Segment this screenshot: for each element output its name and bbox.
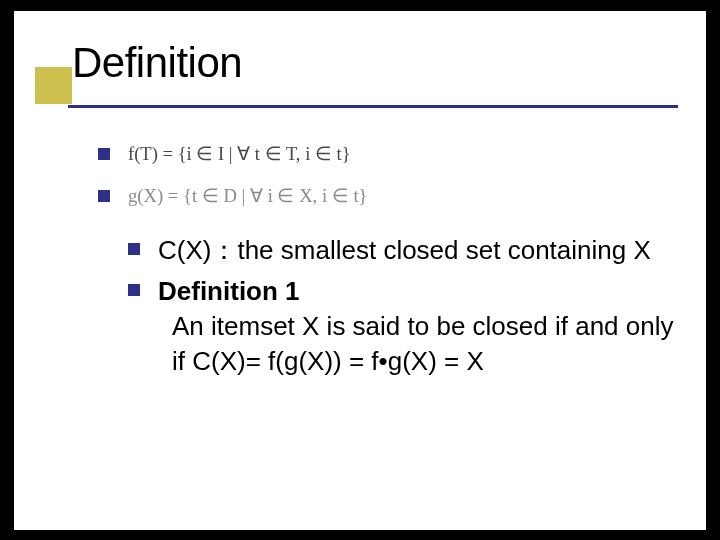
- content-area: f(T) = {i ∈ I | ∀ t ∈ T, i ∈ t} g(X) = {…: [14, 93, 706, 379]
- formula-1: f(T) = {i ∈ I | ∀ t ∈ T, i ∈ t}: [128, 140, 428, 168]
- bullet-icon: [128, 243, 140, 255]
- sub-bullets: C(X)：the smallest closed set containing …: [98, 233, 686, 379]
- svg-text:g(X) = {t ∈ D  | ∀ i ∈ X, i ∈ : g(X) = {t ∈ D | ∀ i ∈ X, i ∈ t}: [128, 185, 368, 207]
- bullet-icon: [128, 284, 140, 296]
- page-title: Definition: [72, 39, 706, 87]
- bullet-row-2: g(X) = {t ∈ D | ∀ i ∈ X, i ∈ t}: [98, 177, 686, 215]
- definition-label: Definition 1: [158, 274, 686, 309]
- definition-body: An itemset X is said to be closed if and…: [158, 309, 686, 379]
- title-accent-square: [35, 67, 72, 104]
- bullet-icon: [98, 148, 110, 160]
- bullet-row-3: C(X)：the smallest closed set containing …: [128, 233, 686, 268]
- title-area: Definition: [14, 11, 706, 93]
- bullet-row-1: f(T) = {i ∈ I | ∀ t ∈ T, i ∈ t}: [98, 135, 686, 173]
- svg-text:f(T) = {i ∈ I | ∀ t ∈ T, i ∈ t: f(T) = {i ∈ I | ∀ t ∈ T, i ∈ t}: [128, 143, 351, 165]
- slide: Definition f(T) = {i ∈ I | ∀ t ∈ T, i ∈ …: [14, 11, 706, 530]
- formula-2: g(X) = {t ∈ D | ∀ i ∈ X, i ∈ t}: [128, 182, 458, 210]
- bullet-row-4: Definition 1 An itemset X is said to be …: [128, 274, 686, 379]
- bullet-icon: [98, 190, 110, 202]
- bullet-text-cx: C(X)：the smallest closed set containing …: [158, 233, 651, 268]
- title-underline: [68, 105, 678, 108]
